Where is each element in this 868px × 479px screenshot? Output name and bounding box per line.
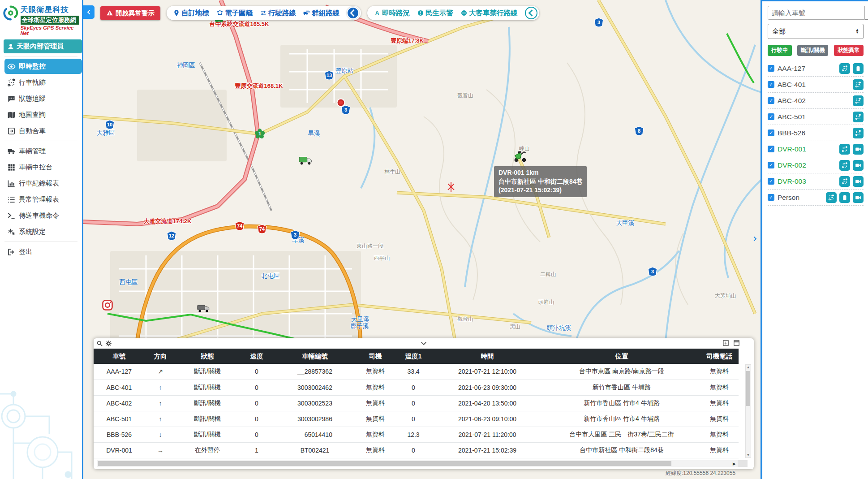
clipboard-button[interactable]	[839, 192, 850, 203]
scroll-right-icon[interactable]: ▶	[733, 462, 736, 466]
vehicle-checkbox[interactable]: ✓	[768, 194, 774, 201]
truck-gray-map-marker[interactable]	[197, 304, 210, 315]
truck-green-map-marker[interactable]	[299, 155, 312, 167]
table-row-DVR-001[interactable]: DVR-001→在外暫停1BT002421無資料02021-07-21 15:0…	[94, 442, 739, 458]
window-icon[interactable]	[733, 340, 740, 346]
vehicle-checkbox[interactable]: ✓	[768, 81, 774, 88]
camera-marker-map-marker[interactable]	[102, 300, 113, 312]
pill-collapse-chevron-left-icon[interactable]	[525, 7, 537, 19]
camera-button[interactable]	[853, 192, 864, 203]
user-banner-label: 天眼內部管理員	[17, 42, 64, 51]
scroll-up-icon[interactable]: ▲	[746, 365, 751, 369]
map-icon	[7, 111, 16, 119]
map-canvas[interactable]: 台中系統交流道165.5K豐原端17.8K豐原交流道168.1K大雅交流道174…	[82, 0, 761, 479]
track-route-button[interactable]	[853, 112, 864, 122]
scroll-down-icon[interactable]: ▼	[746, 453, 751, 457]
vehicle-checkbox[interactable]: ✓	[768, 97, 774, 104]
clipboard-icon	[855, 65, 861, 72]
camera-button[interactable]	[853, 160, 864, 171]
camera-button[interactable]	[853, 144, 864, 155]
column-header-司機電話: 司機電話	[700, 349, 739, 364]
vehicle-name: Person	[778, 194, 823, 202]
table-row-ABC-501[interactable]: ABC-501↑斷訊/關機03003002986無資料02021-06-23 0…	[94, 411, 739, 427]
column-header-車號: 車號	[94, 349, 145, 364]
vehicle-checkbox[interactable]: ✓	[768, 162, 774, 168]
vehicle-checkbox[interactable]: ✓	[768, 146, 774, 152]
expand-plus-icon[interactable]	[722, 340, 729, 346]
red-dot-map-marker[interactable]	[338, 99, 344, 106]
camera-button[interactable]	[853, 176, 864, 187]
cell-司機: 無資料	[355, 364, 395, 380]
status-filter-badge-狀態異常[interactable]: 狀態異常	[834, 45, 864, 56]
brand: 天眼衛星科技 全球衛星定位服務網 SkyEyes GPS Service Net	[0, 0, 82, 36]
vehicle-list-row-ABC-401: ✓ABC-401	[768, 77, 864, 93]
vertical-scroll-thumb[interactable]	[746, 371, 750, 406]
route-shield-74: 74	[235, 221, 245, 232]
clipboard-button[interactable]	[853, 63, 864, 74]
column-header-溫度1: 溫度1	[395, 349, 431, 364]
layer-button-大客車禁行路線[interactable]: 大客車禁行路線	[460, 9, 518, 18]
vehicle-list-row-DVR-003: ✓DVR-003	[768, 173, 864, 190]
cell-車號: AAA-127	[94, 364, 145, 380]
vehicle-filter-select[interactable]: 全部 ▲▼	[768, 24, 864, 39]
table-vertical-scrollbar[interactable]: ▲ ▼	[745, 364, 751, 458]
track-route-button[interactable]	[826, 192, 837, 203]
table-row-ABC-401[interactable]: ABC-401↑斷訊/關機03003002462無資料02021-06-23 0…	[94, 380, 739, 395]
sidebar-item-1[interactable]: 行車軌跡	[4, 75, 82, 90]
status-filter-badge-斷訊/關機[interactable]: 斷訊/關機	[797, 45, 828, 56]
vehicle-search-input[interactable]	[768, 6, 865, 20]
chevron-right-icon	[751, 235, 758, 242]
scooter-map-marker[interactable]	[512, 149, 528, 164]
alert-toggle-label: 開啟異常警示	[116, 9, 155, 17]
sidebar-item-10[interactable]: 系統設定	[4, 224, 82, 239]
table-row-AAA-127[interactable]: AAA-127↗斷訊/關機0__28857362無資料33.42021-07-2…	[94, 364, 739, 380]
sidebar-item-6[interactable]: 車輛中控台	[4, 160, 82, 175]
vehicle-checkbox[interactable]: ✓	[768, 113, 774, 120]
route-shield-3: 3	[648, 267, 657, 277]
status-filter-badge-行駛中[interactable]: 行駛中	[768, 45, 792, 56]
sidebar-item-5[interactable]: 車輛管理	[4, 143, 82, 159]
track-route-button[interactable]	[839, 160, 850, 171]
grid-collapse-chevron-down-icon[interactable]	[420, 339, 428, 347]
gear-icon[interactable]	[105, 340, 112, 347]
layer-button-電子圍籬[interactable]: 電子圍籬	[216, 9, 253, 18]
alert-toggle-button[interactable]: 開啟異常警示	[100, 6, 160, 20]
tooltip-title: DVR-001 1km	[498, 168, 582, 177]
sidebar-item-9[interactable]: 傳送車機命令	[4, 208, 82, 223]
sidebar-item-8[interactable]: 異常管理報表	[4, 192, 82, 207]
track-route-button[interactable]	[853, 128, 864, 138]
map-label: 豐原站	[335, 67, 354, 75]
sidebar-item-11[interactable]: 登出	[4, 244, 82, 259]
sidebar-item-0[interactable]: 即時監控	[4, 59, 82, 74]
search-submit-button[interactable]: 查詢	[865, 6, 868, 20]
horizontal-scroll-thumb[interactable]	[98, 461, 671, 466]
vehicle-checkbox[interactable]: ✓	[768, 65, 774, 72]
sidebar-item-7[interactable]: 行車紀錄報表	[4, 176, 82, 191]
track-route-button[interactable]	[839, 176, 850, 187]
vehicle-checkbox[interactable]: ✓	[768, 178, 774, 185]
cell-司機: 無資料	[355, 442, 395, 458]
pill-collapse-chevron-left-icon[interactable]	[347, 7, 359, 19]
search-icon[interactable]	[96, 340, 103, 347]
track-route-button[interactable]	[839, 144, 850, 155]
layer-button-民生示警[interactable]: 民生示警	[417, 9, 453, 18]
track-route-button[interactable]	[853, 79, 864, 90]
layer-button-即時路況[interactable]: A即時路況	[374, 9, 410, 18]
cell-方向: ↑	[145, 411, 176, 427]
table-horizontal-scrollbar[interactable]: ▶	[97, 460, 748, 467]
track-route-button[interactable]	[853, 95, 864, 106]
layer-button-行駛路線[interactable]: 行駛路線	[260, 9, 296, 18]
track-route-button[interactable]	[839, 63, 850, 74]
right-panel-toggle-button[interactable]	[750, 231, 760, 247]
sidebar-item-4[interactable]: 自動合車	[4, 123, 82, 138]
sidebar-collapse-button[interactable]	[83, 5, 95, 19]
vehicle-checkbox[interactable]: ✓	[768, 129, 774, 136]
table-row-BBB-526[interactable]: BBB-526↓斷訊/關機0__65014410無資料12.32021-07-2…	[94, 427, 739, 442]
table-row-ABC-402[interactable]: ABC-402↑斷訊/關機03003002523無資料02021-04-20 1…	[94, 395, 739, 411]
layer-button-群組路線[interactable]: 群組路線	[303, 9, 339, 18]
vehicle-search-row: 查詢	[768, 6, 864, 20]
layer-button-自訂地標[interactable]: 自訂地標	[173, 9, 209, 18]
sidebar-item-3[interactable]: 地圖查詢	[4, 107, 82, 122]
sidebar: 天眼衛星科技 全球衛星定位服務網 SkyEyes GPS Service Net…	[0, 0, 82, 479]
sidebar-item-2[interactable]: 狀態追蹤	[4, 91, 82, 106]
